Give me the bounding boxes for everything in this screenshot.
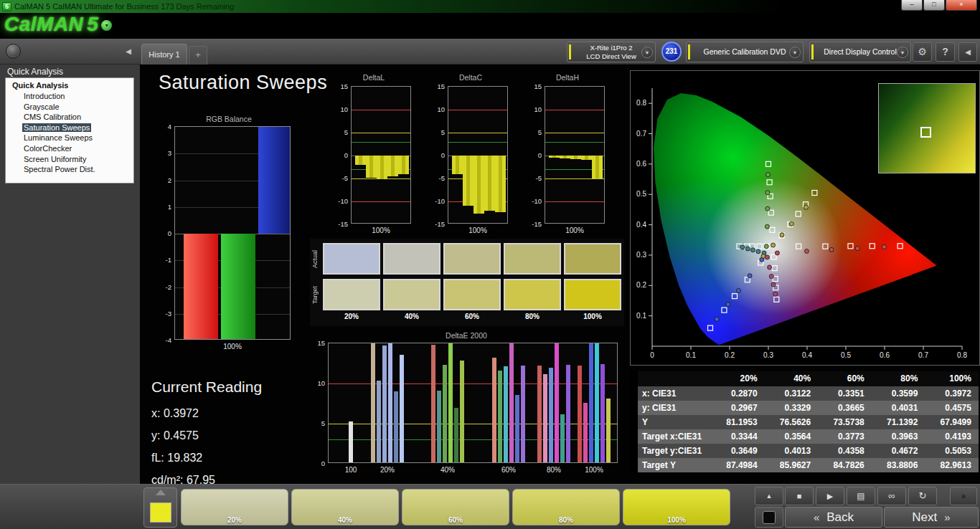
sidebar-item-cms-calibration[interactable]: CMS Calibration bbox=[6, 112, 133, 123]
table-cell: 87.4984 bbox=[711, 458, 765, 472]
fullscreen-patch-button[interactable] bbox=[755, 507, 783, 528]
delta-bar bbox=[484, 156, 495, 211]
settings-gear-icon[interactable]: ⚙ bbox=[913, 42, 932, 62]
target-swatch bbox=[383, 279, 440, 310]
sidebar-item-spectral-power-dist-[interactable]: Spectral Power Dist. bbox=[6, 164, 133, 175]
y-tick-label: -2 bbox=[161, 283, 171, 291]
sidebar-item-label: Spectral Power Dist. bbox=[22, 165, 97, 173]
maximize-button[interactable]: □ bbox=[923, 0, 945, 11]
y-tick-label: -3 bbox=[161, 310, 171, 318]
patch-strip-label: 60% bbox=[402, 516, 509, 524]
reference-line bbox=[352, 201, 410, 202]
patch-strip-40[interactable]: 40% bbox=[291, 489, 399, 525]
sidebar-item-introduction[interactable]: Introduction bbox=[6, 91, 133, 102]
delta-e-bar bbox=[349, 421, 353, 463]
current-reading-heading: Current Reading bbox=[151, 378, 262, 396]
sidebar-item-colorchecker[interactable]: ColorChecker bbox=[6, 143, 133, 154]
stop-button[interactable]: ■ bbox=[785, 487, 814, 505]
meter-selector[interactable]: X-Rite i1Pro 2 LCD Direct View ▼ bbox=[567, 42, 656, 62]
current-patch-tile[interactable] bbox=[143, 487, 177, 528]
table-cell: 0.3344 bbox=[711, 429, 765, 444]
svg-text:0.1: 0.1 bbox=[636, 312, 646, 320]
calman-logo: CalMAN5▼ bbox=[4, 13, 112, 36]
play-button[interactable]: ▶ bbox=[816, 487, 844, 505]
y-tick-label: -10 bbox=[526, 197, 542, 205]
delta-e-bar bbox=[448, 343, 453, 463]
tree-root-quick-analysis[interactable]: Quick Analysis bbox=[6, 80, 133, 91]
sidebar-item-luminance-sweeps[interactable]: Luminance Sweeps bbox=[6, 133, 133, 143]
save-button[interactable]: ▤ bbox=[847, 487, 875, 505]
back-label: Back bbox=[826, 510, 854, 525]
y-tick-label: -15 bbox=[526, 220, 542, 228]
display-control-label: Direct Display Control bbox=[824, 47, 897, 56]
y-tick-label: 5 bbox=[332, 128, 348, 136]
table-cell: 0.3649 bbox=[711, 444, 765, 458]
link-button[interactable]: ∞ bbox=[877, 487, 906, 505]
sidebar-collapse-icon[interactable]: ◀ bbox=[122, 45, 135, 58]
delta-e-bar bbox=[515, 395, 519, 463]
add-tab-button[interactable]: + bbox=[189, 46, 207, 65]
y-tick-label: 10 bbox=[332, 105, 348, 113]
tab-history-1[interactable]: History 1 bbox=[141, 44, 187, 65]
logo-number: 5 bbox=[87, 13, 98, 35]
sidebar-item-label: Grayscale bbox=[22, 103, 61, 111]
collapse-right-panel-button[interactable]: ◀ bbox=[958, 42, 977, 62]
pop-up-patch-button[interactable]: ▲ bbox=[755, 487, 783, 505]
delta-bar bbox=[377, 156, 387, 179]
y-tick-label: -5 bbox=[526, 174, 542, 182]
back-button[interactable]: « Back bbox=[785, 507, 882, 528]
table-cell: 0.2870 bbox=[711, 386, 765, 401]
delta-e-bar bbox=[583, 403, 588, 463]
table-cell: 0.5053 bbox=[925, 444, 979, 458]
table-row-label: x: CIE31 bbox=[638, 386, 711, 401]
table-cell: 0.4672 bbox=[872, 444, 925, 458]
help-button[interactable]: ? bbox=[936, 42, 955, 62]
bottom-bar: 20%40%60%80%100% ▲ ■ ▶ ▤ ∞ ↻ ● « Back Ne… bbox=[0, 484, 980, 529]
swatch-row-label: Target bbox=[311, 279, 321, 310]
logo-dropdown-icon[interactable]: ▼ bbox=[101, 20, 112, 31]
y-tick-label: 10 bbox=[311, 379, 325, 387]
display-control-selector[interactable]: Direct Display Control ▼ bbox=[809, 42, 911, 62]
y-tick-label: -15 bbox=[332, 220, 348, 228]
x-axis-label: 100% bbox=[545, 227, 605, 234]
next-button[interactable]: Next » bbox=[884, 507, 979, 528]
close-button[interactable]: × bbox=[946, 0, 977, 11]
workflow-orb-button[interactable] bbox=[6, 44, 21, 59]
record-button[interactable]: ● bbox=[950, 487, 977, 505]
refresh-button[interactable]: ↻ bbox=[908, 487, 937, 505]
table-row: Target x:CIE310.33440.35640.37730.39630.… bbox=[630, 429, 979, 444]
delta-bar bbox=[473, 156, 484, 214]
table-header-cell: 80% bbox=[872, 371, 925, 386]
sidebar-item-screen-uniformity[interactable]: Screen Uniformity bbox=[6, 154, 133, 165]
patch-strip-60[interactable]: 60% bbox=[402, 489, 509, 525]
delta-e-bar bbox=[578, 366, 582, 463]
table-cell: 0.3351 bbox=[818, 386, 872, 401]
svg-text:0.1: 0.1 bbox=[686, 351, 696, 359]
chart-title: DeltaE 2000 bbox=[311, 331, 622, 340]
reference-line bbox=[352, 142, 410, 143]
table-row: y: CIE310.29670.33290.36650.40310.4575 bbox=[630, 401, 979, 415]
current-patch-swatch bbox=[150, 502, 171, 523]
delta-e-bar bbox=[537, 366, 542, 463]
sidebar-item-label: Introduction bbox=[22, 92, 66, 100]
svg-text:0.2: 0.2 bbox=[725, 351, 735, 359]
patch-strip-20[interactable]: 20% bbox=[181, 489, 288, 525]
table-cell: 0.4031 bbox=[872, 401, 925, 415]
table-row: x: CIE310.28700.31220.33510.35990.3972 bbox=[630, 386, 979, 401]
source-selector[interactable]: Generic Calibration DVD ▼ bbox=[686, 42, 804, 62]
table-header-cell: 20% bbox=[711, 371, 765, 386]
patch-strip-100[interactable]: 100% bbox=[623, 489, 730, 525]
sidebar-item-grayscale[interactable]: Grayscale bbox=[6, 102, 133, 113]
patch-strip-80[interactable]: 80% bbox=[512, 489, 620, 525]
sidebar-item-saturation-sweeps[interactable]: Saturation Sweeps bbox=[6, 123, 133, 133]
sidebar-item-label: Screen Uniformity bbox=[22, 155, 88, 163]
y-tick-label: 15 bbox=[526, 82, 542, 90]
chart-title: DeltaC bbox=[429, 73, 512, 82]
delta-e-bar bbox=[549, 368, 553, 463]
sidebar-item-label: CMS Calibration bbox=[22, 113, 83, 121]
svg-text:0.5: 0.5 bbox=[841, 351, 851, 359]
svg-text:0.5: 0.5 bbox=[636, 190, 646, 198]
table-cell: 82.9613 bbox=[925, 458, 979, 472]
chevron-down-icon: ▼ bbox=[789, 47, 801, 58]
minimize-button[interactable]: – bbox=[901, 0, 923, 11]
